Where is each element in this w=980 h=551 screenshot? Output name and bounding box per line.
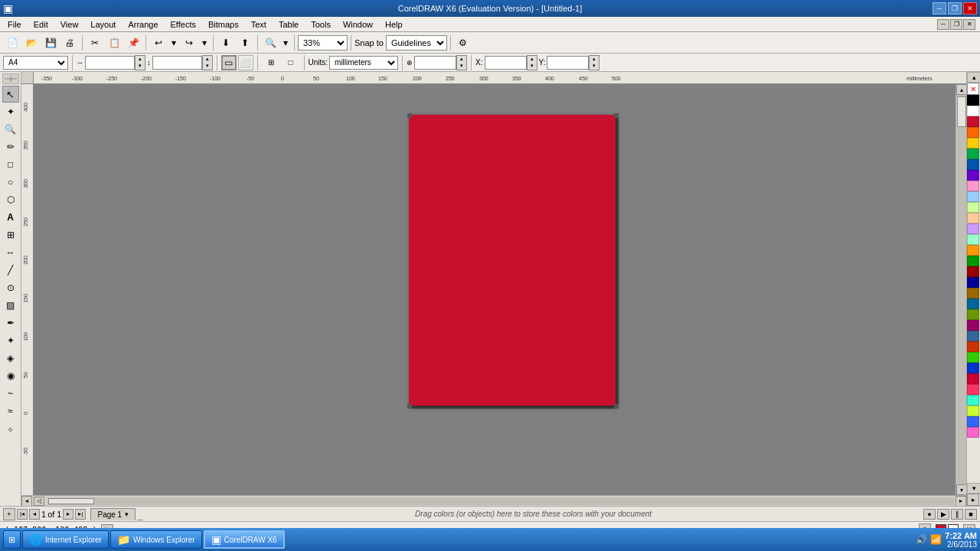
hscroll[interactable]: ◂ ◁ ▸ — [21, 495, 966, 506]
menu-layout[interactable]: Layout — [84, 18, 122, 31]
swatch-13[interactable] — [967, 245, 979, 256]
swatch-17[interactable] — [967, 288, 979, 298]
mdi-restore-button[interactable]: ❐ — [950, 19, 962, 30]
swatch-26[interactable] — [967, 384, 979, 395]
swatch-11[interactable] — [967, 223, 979, 234]
hscroll-track[interactable] — [47, 497, 954, 505]
swatch-29[interactable] — [967, 416, 979, 427]
swatch-14[interactable] — [967, 256, 979, 266]
swatch-7[interactable] — [967, 181, 979, 191]
hscroll-thumb[interactable] — [48, 498, 94, 504]
blend-tool[interactable]: ⊙ — [2, 279, 19, 296]
node-tool[interactable]: ✦ — [2, 103, 19, 120]
swatch-28[interactable] — [967, 406, 979, 416]
hscroll-right[interactable]: ▸ — [956, 496, 966, 507]
swatch-15[interactable] — [967, 266, 979, 277]
dimension-tool[interactable]: ↔ — [2, 244, 19, 261]
menu-text[interactable]: Text — [245, 18, 273, 31]
swatch-24[interactable] — [967, 363, 979, 373]
zoom-picker-btn[interactable]: 🔍 — [261, 34, 279, 51]
x-down[interactable]: ▾ — [528, 63, 537, 70]
zoom-tool[interactable]: 🔍 — [2, 121, 19, 138]
polygon-tool[interactable]: ⬡ — [2, 191, 19, 208]
width-up[interactable]: ▴ — [136, 56, 145, 63]
menu-bitmaps[interactable]: Bitmaps — [202, 18, 245, 31]
swatch-8[interactable] — [967, 191, 979, 202]
page-tab-close[interactable]: ▾ — [125, 510, 129, 518]
connector-tool[interactable]: ╱ — [2, 262, 19, 279]
roughen-tool[interactable]: ≈ — [2, 403, 19, 419]
swatch-30[interactable] — [967, 427, 979, 438]
table-tool[interactable]: ⊞ — [2, 227, 19, 243]
outline-tool[interactable]: ✒ — [2, 315, 19, 331]
y-down[interactable]: ▾ — [590, 63, 599, 70]
landscape-button[interactable]: ⬜ — [238, 55, 253, 70]
current-page-button[interactable]: □ — [282, 54, 300, 71]
new-button[interactable]: 📄 — [3, 34, 21, 51]
swatch-white[interactable] — [967, 106, 979, 116]
snap-dropdown[interactable]: Guidelines Grid Objects — [386, 35, 447, 51]
height-input[interactable]: 297.0 mm — [152, 56, 202, 70]
x-up[interactable]: ▴ — [528, 56, 537, 63]
vscroll-down[interactable]: ▾ — [956, 484, 967, 495]
fill-tool[interactable]: ▨ — [2, 297, 19, 314]
swatch-25[interactable] — [967, 373, 979, 384]
fill-bucket-tool[interactable]: ⬦ — [2, 420, 19, 437]
print-button[interactable]: 🖨 — [60, 34, 79, 51]
swatch-23[interactable] — [967, 352, 979, 363]
swatch-22[interactable] — [967, 341, 979, 352]
stop-btn[interactable]: ■ — [965, 509, 977, 520]
swatch-3[interactable] — [967, 138, 979, 148]
swatch-5[interactable] — [967, 159, 979, 170]
menu-effects[interactable]: Effects — [165, 18, 202, 31]
undo-button[interactable]: ↩ — [149, 34, 168, 51]
nudge-input[interactable]: 0.1 mm — [414, 56, 456, 70]
paste-button[interactable]: 📌 — [124, 34, 142, 51]
swatch-black[interactable] — [967, 95, 979, 106]
swatch-4[interactable] — [967, 148, 979, 159]
undo-dropdown[interactable]: ▾ — [168, 34, 179, 51]
page-size-select[interactable]: A4 Letter A3 — [3, 56, 68, 70]
swatch-12[interactable] — [967, 234, 979, 245]
title-controls[interactable]: ─ ❐ ✕ — [933, 2, 977, 15]
swatch-16[interactable] — [967, 277, 979, 288]
play-btn[interactable]: ▶ — [937, 509, 949, 520]
interactive-fill-tool[interactable]: ◈ — [2, 350, 19, 367]
height-up[interactable]: ▴ — [203, 56, 212, 63]
ellipse-tool[interactable]: ○ — [2, 174, 19, 191]
x-input[interactable]: 5.0 mm — [485, 56, 527, 70]
eyedropper-tool[interactable]: ✦ — [2, 332, 19, 349]
export-button[interactable]: ⬆ — [236, 34, 254, 51]
page-nav-last[interactable]: ▸| — [75, 509, 86, 520]
copy-button[interactable]: 📋 — [105, 34, 123, 51]
pick-tool[interactable]: ↖ — [2, 86, 19, 103]
swatch-21[interactable] — [967, 331, 979, 341]
pause-btn[interactable]: ‖ — [951, 509, 963, 520]
import-button[interactable]: ⬇ — [217, 34, 235, 51]
record-btn[interactable]: ● — [923, 509, 936, 520]
close-button[interactable]: ✕ — [963, 2, 977, 15]
vscroll[interactable]: ▴ ▾ — [956, 84, 966, 495]
mdi-minimize-button[interactable]: ─ — [937, 19, 949, 30]
menu-table[interactable]: Table — [273, 18, 305, 31]
nudge-down[interactable]: ▾ — [457, 63, 466, 70]
options-button[interactable]: ⚙ — [454, 34, 472, 51]
menu-arrange[interactable]: Arrange — [122, 18, 164, 31]
freehand-tool[interactable]: ✏ — [2, 139, 19, 155]
cut-button[interactable]: ✂ — [86, 34, 104, 51]
save-button[interactable]: 💾 — [41, 34, 60, 51]
swatch-27[interactable] — [967, 395, 979, 406]
all-pages-button[interactable]: ⊞ — [262, 54, 280, 71]
hscroll-left[interactable]: ◂ — [21, 496, 32, 507]
vscroll-track[interactable] — [957, 95, 966, 484]
menu-window[interactable]: Window — [337, 18, 379, 31]
taskbar-explorer[interactable]: 📁 Windows Explorer — [110, 530, 202, 549]
swatch-19[interactable] — [967, 309, 979, 320]
y-up[interactable]: ▴ — [590, 56, 599, 63]
taskbar-ie[interactable]: 🌐 Internet Explorer — [22, 530, 109, 549]
smear-tool[interactable]: ~ — [2, 385, 19, 402]
mdi-close-button[interactable]: ✕ — [963, 19, 975, 30]
taskbar-cdr[interactable]: ▣ CorelDRAW X6 — [204, 530, 285, 549]
page-nav-prev[interactable]: ◂ — [29, 509, 40, 520]
page-add-btn[interactable]: + — [3, 508, 15, 520]
